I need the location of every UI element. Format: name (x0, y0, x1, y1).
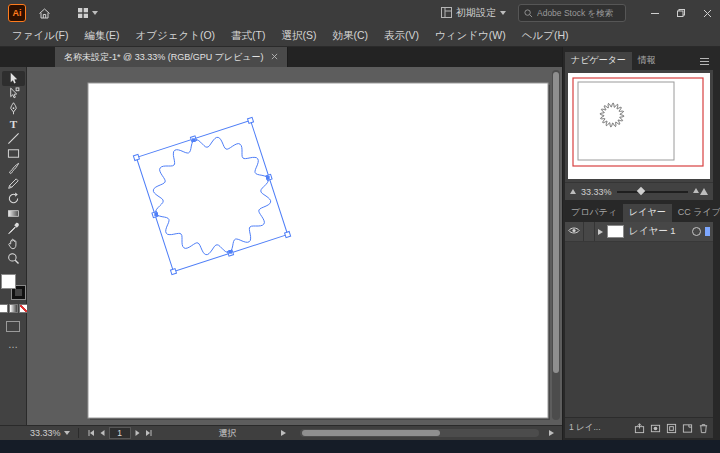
navigator-preview[interactable] (565, 70, 713, 182)
rotate-tool[interactable] (2, 191, 25, 206)
new-sublayer-icon[interactable] (666, 423, 677, 434)
menu-view[interactable]: 表示(V) (376, 29, 427, 43)
artboard (88, 83, 548, 418)
tab-cc-libraries[interactable]: CC ライブラリ (672, 204, 720, 222)
last-artboard-button[interactable] (145, 429, 153, 437)
layers-tabstrip: プロパティ レイヤー CC ライブラリ (565, 204, 713, 222)
horizontal-scrollbar[interactable] (300, 429, 539, 437)
close-button[interactable] (694, 0, 720, 26)
paintbrush-tool[interactable] (2, 161, 25, 176)
layer-thumbnail[interactable] (607, 225, 624, 238)
menu-type[interactable]: 書式(T) (223, 29, 273, 43)
status-menu-arrow-icon[interactable] (281, 430, 286, 436)
windows-taskbar[interactable] (0, 440, 720, 453)
layer-selection-chip[interactable] (705, 227, 710, 236)
zoom-tool[interactable] (2, 251, 25, 266)
tools-panel: T … (0, 67, 27, 425)
home-button[interactable] (38, 7, 51, 20)
navigator-zoom-row: 33.33% (565, 182, 713, 200)
menu-help[interactable]: ヘルプ(H) (514, 29, 577, 43)
canvas[interactable] (27, 67, 562, 425)
eyedropper-tool[interactable] (2, 221, 25, 236)
document-tab[interactable]: 名称未設定-1* @ 33.33% (RGB/GPU プレビュー) (55, 47, 288, 67)
gradient-tool[interactable] (2, 206, 25, 221)
expand-chevron-icon[interactable] (598, 229, 603, 235)
layer-target-icon[interactable] (692, 227, 701, 236)
illustrator-window: Ai 初期設定 ファイル(F) 編集(E) オブジェクト(O) 書式(T) 選 (0, 0, 720, 453)
svg-text:T: T (9, 118, 17, 130)
zoom-control[interactable]: 33.33% (30, 428, 70, 438)
scroll-right-icon[interactable] (549, 430, 554, 436)
vertical-scrollbar-thumb[interactable] (553, 72, 559, 373)
gradient-button[interactable] (9, 304, 18, 313)
status-display[interactable]: 選択 (219, 427, 237, 440)
layers-footer: 1 レイ... (565, 417, 713, 438)
new-layer-icon[interactable] (682, 423, 693, 434)
fill-swatch[interactable] (1, 274, 16, 289)
line-segment-tool[interactable] (2, 131, 25, 146)
workspace-switcher[interactable]: 初期設定 (441, 6, 506, 20)
artboard-number-field[interactable]: 1 (109, 427, 131, 439)
layer-name[interactable]: レイヤー 1 (629, 225, 692, 238)
vertical-scrollbar[interactable] (552, 70, 560, 420)
search-icon (524, 4, 533, 22)
next-artboard-button[interactable] (135, 429, 141, 437)
menu-select[interactable]: 選択(S) (273, 29, 324, 43)
menu-window[interactable]: ウィンドウ(W) (427, 29, 514, 43)
color-mode-buttons (0, 304, 28, 313)
navigator-panel: ナビゲーター 情報 33.33% (565, 52, 713, 200)
arrange-documents-button[interactable] (77, 7, 98, 19)
zoom-in-mountains-icon[interactable] (693, 188, 708, 195)
tab-layers[interactable]: レイヤー (623, 204, 672, 222)
tab-info[interactable]: 情報 (632, 52, 662, 70)
menu-object[interactable]: オブジェクト(O) (127, 29, 223, 43)
titlebar: Ai 初期設定 (0, 0, 720, 26)
horizontal-scrollbar-thumb[interactable] (302, 430, 441, 436)
first-artboard-button[interactable] (87, 429, 95, 437)
color-button[interactable] (0, 304, 8, 313)
zoom-slider[interactable] (617, 191, 688, 193)
app-icon[interactable]: Ai (8, 4, 26, 22)
previous-artboard-button[interactable] (99, 429, 105, 437)
draw-mode-button[interactable] (6, 321, 20, 332)
collect-for-export-icon[interactable] (634, 423, 645, 434)
chevron-down-icon (500, 11, 506, 15)
edit-toolbar-button[interactable]: … (8, 342, 18, 348)
visibility-toggle[interactable] (565, 222, 584, 241)
pencil-tool[interactable] (2, 176, 25, 191)
pen-tool[interactable] (2, 101, 25, 116)
tab-navigator[interactable]: ナビゲーター (565, 52, 632, 70)
minimize-button[interactable] (642, 0, 668, 26)
canvas-area[interactable] (27, 67, 562, 425)
document-tabbar: 名称未設定-1* @ 33.33% (RGB/GPU プレビュー) (0, 47, 562, 67)
fill-stroke-indicator[interactable] (1, 274, 25, 299)
layer-row[interactable]: レイヤー 1 (565, 222, 713, 242)
delete-icon[interactable] (698, 423, 709, 434)
menu-effect[interactable]: 効果(C) (324, 29, 376, 43)
panel-menu-icon[interactable] (700, 58, 709, 65)
rectangle-tool[interactable] (2, 146, 25, 161)
type-tool[interactable]: T (2, 116, 25, 131)
layers-list: レイヤー 1 (565, 222, 713, 417)
stock-search-box[interactable] (518, 4, 626, 22)
statusbar: 33.33% 1 選択 (0, 425, 562, 440)
navigator-thumbnail[interactable] (568, 73, 710, 179)
navigator-zoom-value[interactable]: 33.33% (581, 187, 612, 197)
direct-selection-tool[interactable] (2, 86, 25, 101)
lock-toggle[interactable] (584, 222, 595, 241)
menu-edit[interactable]: 編集(E) (76, 29, 127, 43)
zoom-value: 33.33% (30, 428, 61, 438)
selection-tool[interactable] (2, 71, 25, 86)
make-clip-mask-icon[interactable] (650, 423, 661, 434)
menubar: ファイル(F) 編集(E) オブジェクト(O) 書式(T) 選択(S) 効果(C… (0, 26, 720, 47)
menu-file[interactable]: ファイル(F) (4, 29, 76, 43)
chevron-down-icon (92, 11, 98, 15)
zoom-slider-knob[interactable] (637, 186, 645, 194)
maximize-button[interactable] (668, 0, 694, 26)
zoom-out-mountains-icon[interactable] (570, 189, 576, 194)
search-input[interactable] (537, 8, 620, 18)
layers-footer-icons (634, 423, 709, 434)
hand-tool[interactable] (2, 236, 25, 251)
tab-close-icon[interactable] (271, 52, 278, 62)
tab-properties[interactable]: プロパティ (565, 204, 623, 222)
